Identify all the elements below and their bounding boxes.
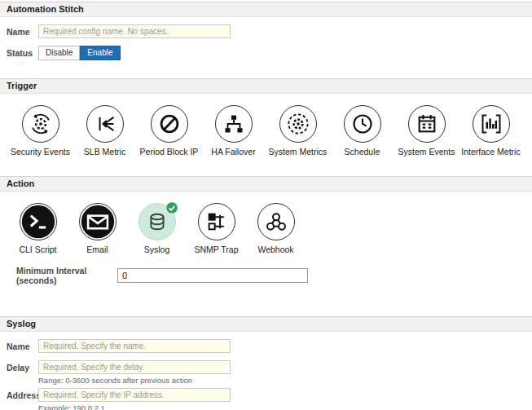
- trigger-icon-row: Security Events SLB Metric Period Block …: [0, 94, 532, 158]
- status-label: Status: [7, 48, 38, 58]
- status-field-row: Status Disable Enable: [7, 46, 532, 60]
- trigger-item-system-metrics[interactable]: System Metrics: [266, 105, 330, 157]
- trigger-item-period-block-ip[interactable]: Period Block IP: [137, 105, 201, 157]
- action-item-syslog[interactable]: Syslog: [127, 203, 187, 254]
- system-events-icon: [408, 105, 446, 143]
- trigger-item-schedule[interactable]: Schedule: [330, 105, 394, 157]
- system-metrics-icon: [279, 105, 317, 143]
- trigger-item-label: Security Events: [11, 147, 70, 157]
- syslog-name-input[interactable]: [38, 339, 231, 353]
- syslog-address-input[interactable]: [38, 388, 231, 402]
- action-item-label: SNMP Trap: [194, 245, 238, 254]
- trigger-item-ha-failover[interactable]: HA Failover: [201, 105, 266, 157]
- selected-check-icon: [165, 201, 178, 214]
- trigger-header: Trigger: [0, 78, 532, 94]
- syslog-address-label: Address: [7, 390, 38, 400]
- action-item-email[interactable]: Email: [68, 203, 127, 254]
- automation-stitch-header: Automation Stitch: [0, 2, 532, 17]
- trigger-item-label: System Events: [398, 147, 455, 157]
- webhook-icon: [257, 203, 295, 240]
- action-item-label: Email: [86, 245, 108, 254]
- action-item-label: Syslog: [144, 245, 170, 254]
- syslog-delay-label: Delay: [7, 363, 38, 373]
- trigger-item-label: HA Failover: [211, 147, 255, 157]
- action-item-cli-script[interactable]: CLI Script: [8, 203, 68, 254]
- syslog-delay-row: Delay: [7, 360, 532, 374]
- syslog-header: Syslog: [0, 316, 532, 332]
- trigger-item-slb-metric[interactable]: SLB Metric: [73, 105, 137, 157]
- syslog-name-label: Name: [7, 342, 38, 351]
- interface-metric-icon: [473, 105, 510, 143]
- cli-script-icon: [20, 203, 57, 240]
- action-item-label: Webhook: [257, 245, 293, 254]
- minimum-interval-input[interactable]: [117, 268, 308, 283]
- snmp-trap-icon: [198, 203, 235, 240]
- syslog-name-row: Name: [7, 339, 532, 353]
- action-item-label: CLI Script: [19, 245, 56, 254]
- slb-metric-icon: [86, 105, 124, 143]
- action-icon-row: CLI Script Email Syslo: [0, 192, 532, 256]
- action-header: Action: [0, 176, 532, 192]
- syslog-delay-helper: Range: 0-3600 seconds after previous act…: [38, 376, 532, 385]
- schedule-icon: [344, 105, 381, 143]
- minimum-interval-label: Minimum Interval (seconds): [16, 266, 117, 285]
- trigger-item-label: SLB Metric: [84, 147, 125, 157]
- syslog-address-helper: Example: 190.0.2.1: [38, 403, 532, 410]
- trigger-item-security-events[interactable]: Security Events: [8, 105, 73, 157]
- trigger-item-interface-metric[interactable]: Interface Metric: [459, 105, 523, 157]
- trigger-item-system-events[interactable]: System Events: [394, 105, 459, 157]
- security-events-icon: [22, 105, 59, 143]
- name-field-row: Name: [7, 24, 532, 38]
- status-toggle: Disable Enable: [38, 46, 121, 60]
- syslog-icon: [138, 203, 176, 240]
- email-icon: [79, 203, 117, 240]
- minimum-interval-row: Minimum Interval (seconds): [16, 266, 532, 285]
- name-label: Name: [7, 27, 38, 37]
- disable-button[interactable]: Disable: [38, 46, 80, 60]
- action-item-webhook[interactable]: Webhook: [246, 203, 306, 254]
- syslog-delay-input[interactable]: [38, 360, 231, 374]
- trigger-item-label: Schedule: [345, 147, 380, 157]
- period-block-ip-icon: [151, 105, 188, 143]
- syslog-address-row: Address: [7, 388, 532, 402]
- enable-button[interactable]: Enable: [80, 46, 120, 60]
- trigger-item-label: System Metrics: [269, 147, 328, 157]
- trigger-item-label: Period Block IP: [140, 147, 199, 157]
- ha-failover-icon: [215, 105, 253, 143]
- trigger-item-label: Interface Metric: [461, 147, 520, 157]
- name-input[interactable]: [38, 24, 231, 38]
- action-item-snmp-trap[interactable]: SNMP Trap: [187, 203, 246, 254]
